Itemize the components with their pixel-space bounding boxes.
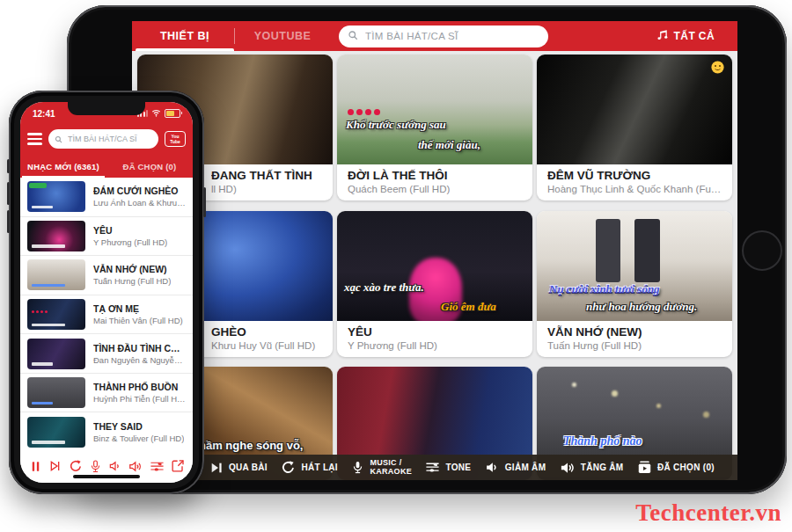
song-card[interactable]: xạc xào tre thưa. Gió êm đưa YÊU Y Phươn… (337, 211, 532, 357)
volume-up-button[interactable]: TĂNG ÂM (560, 460, 624, 476)
song-title: ĐANG THẤT TÌNH (211, 169, 322, 182)
youtube-icon[interactable]: You Tube (165, 131, 186, 147)
list-item[interactable]: YÊU Y Phương (Full HD) (20, 217, 193, 257)
song-list: ĐÁM CƯỚI NGHÈO Lưu Ánh Loan & Khưu Huy V… (20, 178, 193, 451)
phone-mute-switch[interactable] (7, 159, 10, 173)
share-icon[interactable] (171, 459, 185, 473)
all-songs-button[interactable]: TẤT CẢ (656, 28, 715, 44)
list-item[interactable]: THEY SAID Binz & Touliver (Full HD) (20, 412, 193, 451)
song-artist: Binz & Touliver (Full HD) (93, 434, 184, 443)
list-item[interactable]: TÌNH ĐẦU TÌNH CUỐI Đan Nguyên & Nguyễn H… (20, 334, 193, 374)
song-subtitle: Y Phương (Full HD) (348, 340, 522, 351)
next-song-label: QUA BÀI (229, 463, 268, 472)
tablet-screen: THIẾT BỊ YOUTUBE (132, 21, 737, 480)
all-songs-label: TẤT CẢ (674, 30, 715, 42)
replay-button[interactable]: HÁT LẠI (281, 460, 338, 475)
song-thumbnail (27, 221, 85, 251)
skip-next-icon[interactable] (48, 459, 62, 473)
tablet-toolbar: QUA BÀI HÁT LẠI MUSIC / (132, 455, 737, 480)
watermark: Techcenter.vn (635, 499, 781, 527)
volume-down-icon (485, 460, 500, 475)
song-artist: Y Phương (Full HD) (93, 237, 167, 247)
card-row-1: ĐANG THẤT TÌNH ll HD) Khổ trước sướng sa… (132, 55, 737, 200)
phone-search-box[interactable] (48, 129, 158, 149)
hd-badge (29, 183, 47, 188)
volume-down-button[interactable]: GIẢM ÂM (485, 460, 546, 475)
song-thumbnail (27, 377, 85, 408)
volume-down-label: GIẢM ÂM (505, 463, 546, 472)
card-row-2: GHÈO Khưu Huy Vũ (Full HD) xạc xào tre t… (132, 211, 737, 357)
song-title: YÊU (93, 225, 167, 236)
song-card[interactable]: Nụ cười xinh tươi sóng như hoa hướng dươ… (537, 211, 732, 357)
emoji-badge-icon (710, 60, 725, 75)
lyric-line-highlight: Nụ cười xinh tươi sóng (549, 282, 660, 296)
lyric-line: Khổ trước sướng sau (346, 118, 446, 132)
list-item[interactable]: THÀNH PHỐ BUỒN Huỳnh Phi Tiễn (Full HD) (20, 374, 193, 413)
replay-label: HÁT LẠI (301, 463, 338, 472)
song-title: VẪN NHỚ (NEW) (93, 264, 171, 274)
search-icon (55, 131, 62, 147)
menu-icon[interactable] (27, 133, 42, 144)
tab-da-chon-label: ĐÃ CHỌN (0) (123, 162, 177, 171)
tablet-search-box[interactable] (339, 26, 548, 47)
list-item[interactable]: ĐÁM CƯỚI NGHÈO Lưu Ánh Loan & Khưu Huy V… (20, 178, 193, 217)
list-item[interactable]: VẪN NHỚ (NEW) Tuấn Hưng (Full HD) (20, 256, 193, 295)
caption-bar (32, 324, 65, 327)
phone-power-button[interactable] (203, 187, 206, 217)
tab-thiet-bi-label: THIẾT BỊ (160, 30, 209, 42)
song-artist: Lưu Ánh Loan & Khưu Huy Vũ... (93, 198, 186, 208)
pause-icon[interactable] (29, 459, 42, 474)
song-title: GHÈO (211, 325, 322, 339)
volume-down-icon[interactable] (108, 459, 122, 473)
volume-up-label: TĂNG ÂM (581, 463, 624, 472)
tab-youtube[interactable]: YOUTUBE (238, 21, 326, 51)
playlist-icon (637, 460, 652, 475)
tab-thiet-bi[interactable]: THIẾT BỊ (139, 21, 231, 51)
song-artist: Mai Thiên Vân (Full HD) (93, 316, 183, 325)
song-card[interactable]: Khổ trước sướng sau thế mới giàu, ĐỜI LÀ… (337, 55, 532, 200)
phone-search-input[interactable] (66, 134, 152, 144)
stage: THIẾT BỊ YOUTUBE (0, 0, 792, 532)
lyric-line: như hoa hướng dương. (586, 300, 697, 314)
repeat-icon[interactable] (69, 459, 83, 473)
phone-screen: 12:41 (20, 102, 193, 483)
selected-songs-button[interactable]: ĐÃ CHỌN (0) (637, 460, 715, 475)
next-song-button[interactable]: QUA BÀI (209, 461, 268, 475)
skip-next-icon (209, 461, 224, 475)
tablet-search-input[interactable] (363, 30, 539, 42)
lyric-line: xạc xào tre thưa. (344, 281, 424, 295)
tone-button[interactable]: TONE (425, 460, 471, 475)
song-thumbnail (27, 299, 85, 330)
tab-nhac-moi[interactable]: NHẠC MỚI (6361) (20, 155, 106, 178)
volume-up-icon[interactable] (128, 459, 143, 474)
microphone-icon (351, 460, 364, 475)
song-title: ĐÁM CƯỚI NGHÈO (93, 186, 186, 196)
tab-da-chon[interactable]: ĐÃ CHỌN (0) (106, 155, 193, 178)
song-title: VẪN NHỚ (NEW) (547, 325, 722, 339)
phone-volume-up-button[interactable] (7, 182, 10, 205)
song-thumbnail (27, 259, 85, 290)
phone-tabs: NHẠC MỚI (6361) ĐÃ CHỌN (0) (20, 155, 193, 178)
song-card[interactable]: ĐÊM VŨ TRƯỜNG Hoàng Thục Linh & Quốc Kha… (537, 55, 732, 200)
music-note-icon (656, 28, 669, 44)
phone-volume-down-button[interactable] (7, 210, 10, 233)
tablet-home-button[interactable] (742, 230, 782, 271)
search-icon (348, 28, 358, 44)
song-thumbnail (537, 55, 732, 164)
song-title: THEY SAID (93, 421, 184, 432)
youtube-badge-label: You Tube (165, 134, 185, 145)
active-tab-underline (136, 48, 234, 51)
lyric-line: thế mới giàu, (418, 138, 480, 152)
caption-bar (32, 402, 53, 405)
song-title: TẠ ƠN MẸ (93, 303, 183, 314)
battery-icon (165, 109, 180, 118)
phone-notch (68, 102, 145, 115)
caption-bar (32, 284, 65, 288)
tone-icon[interactable] (150, 459, 165, 474)
microphone-icon[interactable] (89, 459, 102, 474)
home-indicator[interactable] (73, 475, 140, 479)
repeat-icon (281, 460, 296, 475)
music-karaoke-button[interactable]: MUSIC / KARAOKE (351, 459, 412, 477)
list-item[interactable]: TẠ ƠN MẸ Mai Thiên Vân (Full HD) (20, 295, 193, 335)
song-thumbnail: xạc xào tre thưa. Gió êm đưa (337, 211, 532, 321)
